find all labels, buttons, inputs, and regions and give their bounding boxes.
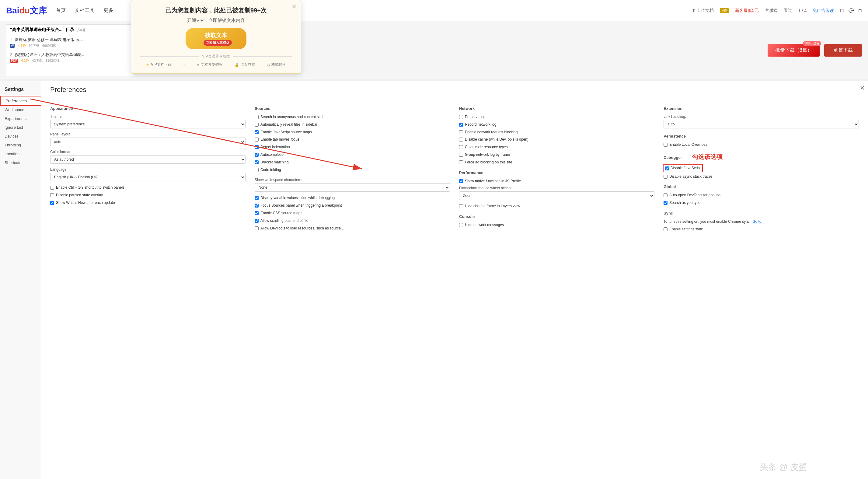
preserve-log-row[interactable]: Preserve log (459, 114, 654, 120)
theme-select[interactable]: System preference (50, 120, 246, 128)
hide-network-messages-row[interactable]: Hide network messages (459, 222, 654, 228)
free-read[interactable]: 免广告阅读 (813, 8, 834, 13)
detect-indentation-row[interactable]: Detect indentation (255, 145, 450, 150)
hide-network-messages-checkbox[interactable] (459, 223, 463, 227)
color-code-row[interactable]: Color-code resource types (459, 145, 654, 150)
enable-ctrl-shortcut-checkbox[interactable] (50, 186, 54, 189)
show-native-checkbox[interactable] (459, 179, 463, 183)
flamechart-select[interactable]: Zoom (459, 191, 654, 200)
enable-local-overrides-checkbox[interactable] (663, 143, 668, 147)
sidebar-item-ignore-list[interactable]: Ignore List (0, 123, 41, 132)
nav-tools[interactable]: 文档工具 (75, 7, 94, 14)
hide-chrome-frame-checkbox[interactable] (459, 204, 463, 208)
show-whats-new-checkbox[interactable] (50, 201, 54, 205)
close-settings-button[interactable]: ✕ (860, 84, 865, 92)
search-as-you-type-checkbox[interactable] (663, 201, 668, 205)
auto-open-devtools-row[interactable]: Auto-open DevTools for popups (663, 192, 859, 198)
nav-home[interactable]: 首页 (56, 7, 66, 14)
bracket-matching-row[interactable]: Bracket matching (255, 160, 450, 165)
disable-async-checkbox[interactable] (663, 175, 668, 179)
enable-ctrl-shortcut-row[interactable]: Enable Ctrl + 1-9 shortcut to switch pan… (50, 185, 246, 190)
show-native-row[interactable]: Show native functions in JS Profile (459, 179, 654, 184)
bracket-matching-checkbox[interactable] (255, 160, 258, 164)
force-ad-blocking-row[interactable]: Force ad blocking on this site (459, 160, 654, 165)
sidebar-item-devices[interactable]: Devices (0, 132, 41, 141)
view-history[interactable]: 看过 (784, 8, 792, 13)
sidebar-item-workspace[interactable]: Workspace (0, 105, 41, 114)
network-request-blocking-row[interactable]: Enable network request blocking (459, 130, 654, 135)
network-request-blocking-checkbox[interactable] (459, 130, 463, 134)
icon1[interactable]: ☐ (840, 8, 844, 13)
display-var-checkbox[interactable] (255, 196, 258, 200)
disable-async-row[interactable]: Disable async stack traces (663, 174, 859, 179)
auto-reveal-row[interactable]: Automatically reveal files in sidebar (255, 122, 450, 127)
hide-chrome-frame-row[interactable]: Hide chrome frame in Layers view (459, 204, 654, 209)
autocompletion-checkbox[interactable] (255, 153, 258, 157)
search-anon-row[interactable]: Search in anonymous and content scripts (255, 114, 450, 120)
group-network-checkbox[interactable] (459, 153, 463, 157)
upload-action[interactable]: ⬆ 上传文档 (692, 8, 714, 13)
disable-javascript-row[interactable]: Disable JavaScript (663, 164, 859, 172)
disable-cache-checkbox[interactable] (459, 138, 463, 142)
disable-paused-checkbox[interactable] (50, 193, 54, 197)
enable-css-sourcemaps-row[interactable]: Enable CSS source maps (255, 211, 450, 216)
allow-scroll-row[interactable]: Allow scrolling past end of file (255, 218, 450, 223)
color-format-select[interactable]: As authored (50, 155, 246, 164)
search-as-you-type-row[interactable]: Search as you type (663, 200, 859, 205)
preserve-log-checkbox[interactable] (459, 115, 463, 119)
allow-devtools-load-row[interactable]: Allow DevTools to load resources, such a… (255, 226, 450, 231)
record-network-row[interactable]: Record network log (459, 122, 654, 127)
focus-sources-row[interactable]: Focus Sources panel when triggering a br… (255, 203, 450, 208)
search-anon-checkbox[interactable] (255, 115, 258, 119)
show-whats-new-row[interactable]: Show What's New after each update (50, 200, 246, 205)
disable-cache-row[interactable]: Disable cache (while DevTools is open) (459, 137, 654, 142)
nav-more[interactable]: 更多 (103, 7, 113, 14)
sidebar-item-experiments[interactable]: Experiments (0, 114, 41, 123)
display-var-row[interactable]: Display variable values inline while deb… (255, 196, 450, 201)
appearance-column: Appearance Theme: System preference Pane… (50, 103, 246, 234)
enable-css-sourcemaps-checkbox[interactable] (255, 211, 258, 215)
disable-javascript-checkbox[interactable] (665, 167, 669, 171)
panel-layout-select[interactable]: auto (50, 138, 246, 146)
vip-modal-close[interactable]: ✕ (292, 3, 296, 10)
autocompletion-row[interactable]: Autocompletion (255, 152, 450, 157)
detect-indentation-checkbox[interactable] (255, 145, 258, 149)
sidebar-item-throttling[interactable]: Throttling (0, 141, 41, 149)
auto-open-devtools-checkbox[interactable] (663, 193, 668, 197)
sidebar-item-shortcuts[interactable]: Shortcuts (0, 158, 41, 167)
enable-local-overrides-row[interactable]: Enable Local Overrides (663, 142, 859, 147)
force-ad-blocking-checkbox[interactable] (459, 160, 463, 164)
enable-tab-moves-checkbox[interactable] (255, 138, 258, 142)
baidu-nav[interactable]: 首页 文档工具 更多 (56, 7, 113, 14)
code-folding-checkbox[interactable] (255, 168, 258, 172)
enable-js-sourcemaps-row[interactable]: Enable JavaScript source maps (255, 130, 450, 135)
link-handling-select[interactable]: auto (663, 120, 859, 128)
record-network-checkbox[interactable] (459, 123, 463, 127)
icon2[interactable]: 💬 (848, 8, 854, 13)
enable-settings-sync-checkbox[interactable] (663, 227, 668, 231)
batch-download-button[interactable]: 99%人选择 批量下载（8篇） (768, 44, 819, 57)
enable-settings-sync-row[interactable]: Enable settings sync (663, 227, 859, 232)
disable-paused-row[interactable]: Disable paused state overlay (50, 192, 246, 198)
sidebar-item-locations[interactable]: Locations (0, 149, 41, 158)
allow-devtools-load-checkbox[interactable] (255, 227, 258, 230)
color-code-checkbox[interactable] (459, 145, 463, 149)
enable-js-sourcemaps-checkbox[interactable] (255, 130, 258, 134)
single-download-button[interactable]: 单篇下载 (824, 44, 862, 57)
vip-get-text-button[interactable]: 获取文本 立即加入享权益 (186, 28, 246, 49)
sync-link[interactable]: Go to... (752, 219, 764, 224)
list-item[interactable]: 1 新课标 英语 必修一 单词表 电子版 高... W 4.1分 92下载 66… (6, 35, 133, 50)
auto-reveal-checkbox[interactable] (255, 123, 258, 127)
new-user-label[interactable]: 新客最低5元 (735, 8, 759, 13)
language-select[interactable]: English (UK) - English (UK) (50, 173, 246, 181)
list-item[interactable]: 2 (完整版)详细：人教版高中英语单词表... PDF 4.1分 42下载 11… (6, 50, 133, 65)
enable-tab-moves-row[interactable]: Enable tab moves focus (255, 137, 450, 142)
group-network-row[interactable]: Group network log by frame (459, 152, 654, 157)
icon3[interactable]: ⊡ (858, 8, 862, 13)
show-whitespace-select[interactable]: None (255, 183, 450, 192)
allow-scroll-checkbox[interactable] (255, 219, 258, 223)
code-folding-row[interactable]: Code folding (255, 168, 450, 173)
focus-sources-checkbox[interactable] (255, 204, 258, 208)
customer-service[interactable]: 客服端 (765, 8, 778, 13)
sidebar-item-preferences[interactable]: Preferences (0, 96, 41, 105)
